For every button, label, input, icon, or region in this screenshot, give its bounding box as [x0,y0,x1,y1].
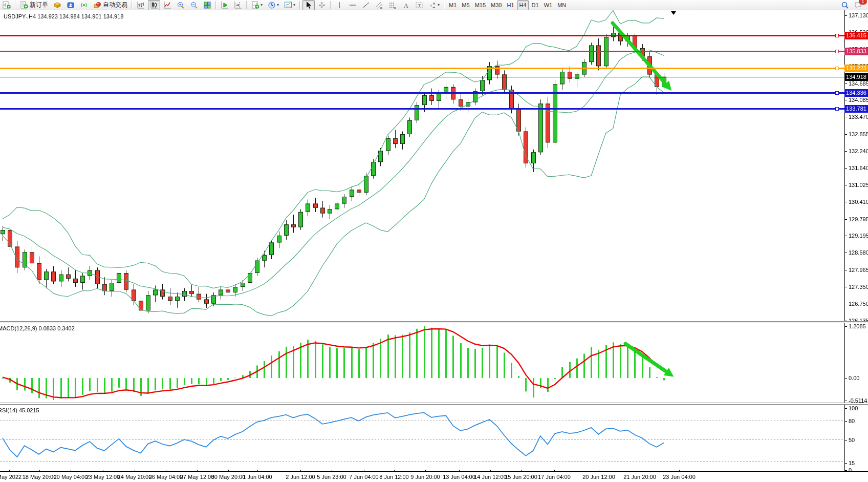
time-axis-label: 1 Jun 04:00 [243,474,272,480]
zoom-in-button[interactable] [175,0,187,10]
period-m15-button[interactable]: M15 [473,0,488,10]
price-axis-label: 131.640 [849,165,868,171]
community-button[interactable] [64,0,77,10]
period-h4-button[interactable]: H4 [517,0,529,10]
indicator-axis-label: 0.00 [849,375,859,381]
price-line-135.223[interactable] [0,68,844,69]
zoom-out-icon [190,1,198,9]
chart-shift-marker-icon[interactable] [671,11,676,15]
price-line-136.415[interactable] [0,35,844,36]
price-line-handle[interactable] [835,34,839,37]
chevron-down-icon[interactable]: ▾ [277,3,279,7]
price-line-133.781[interactable] [0,108,844,110]
bar-chart-button[interactable] [135,0,147,10]
text-icon: A [402,1,410,9]
text-button[interactable]: A [400,0,412,10]
price-axis-label: 127.350 [849,284,868,290]
horizontal-line-button[interactable] [346,0,359,10]
rsi-pane-canvas[interactable] [0,405,844,471]
main-chart-canvas[interactable] [0,10,844,321]
time-axis-tick [599,470,599,472]
macd-pane-separator[interactable] [0,321,868,323]
price-axis-tick [844,270,847,270]
time-axis-tick [228,470,229,472]
autotrading-button[interactable]: 自动交易 [91,0,129,10]
chevron-down-icon[interactable]: ▾ [261,3,263,7]
period-h4-button-label: H4 [519,2,527,8]
chart-area: USDJPY-,H4 134.923 134.984 134.901 134.9… [0,10,868,482]
indicator-axis-tick [844,378,847,379]
chart-shift-icon [234,1,242,9]
equidistant-channel-button[interactable]: E [373,0,385,10]
price-badge-135.223: 135.223 [844,65,868,72]
vertical-line-button[interactable] [333,0,345,10]
community-icon [67,1,75,9]
period-m30-button-label: M30 [491,2,502,8]
periods-button[interactable]: ▾ [266,0,281,10]
period-h1-button[interactable]: H1 [505,0,516,10]
period-mn-button[interactable]: MN [555,0,568,10]
indicators-button[interactable]: ▾ [249,0,265,10]
text-label-button[interactable]: T [413,0,425,10]
period-w1-button[interactable]: W1 [542,0,555,10]
svg-text:E: E [380,6,382,9]
new-order-button[interactable]: 新订单 [18,0,50,10]
macd-pane-canvas[interactable] [0,323,844,403]
price-axis-tick [844,83,847,84]
price-badge-134.336: 134.336 [844,89,868,97]
clock-icon [268,1,276,9]
period-d1-button[interactable]: D1 [530,0,541,10]
arrows-button[interactable]: ▾ [426,0,442,10]
signals-button[interactable] [78,0,90,10]
crosshair-button[interactable] [316,0,328,10]
price-axis-tick [844,151,847,152]
search-button[interactable] [839,0,851,10]
new-chart-button[interactable] [1,0,13,10]
chevron-down-icon[interactable]: ▾ [438,3,440,7]
candlestick-chart-button[interactable] [148,0,160,10]
price-axis-tick [844,236,847,236]
price-line-handle[interactable] [835,50,839,53]
toolbox-button[interactable] [51,0,63,10]
auto-scroll-button[interactable] [219,0,231,10]
price-line-134.336[interactable] [0,92,844,94]
svg-text:F: F [394,6,396,9]
fibonacci-icon: F [388,1,397,9]
trendline-button[interactable] [360,0,372,10]
indicator-axis-label: 0 [849,467,852,473]
label-icon: T [415,1,423,9]
price-line-handle[interactable] [835,107,839,111]
line-chart-icon [163,1,171,9]
time-axis-label: 7 Jun 04:00 [349,474,379,480]
templates-button[interactable]: ▾ [282,0,297,10]
tile-windows-button[interactable] [201,0,213,10]
price-line-handle[interactable] [835,91,839,95]
new-order-button-label: 新订单 [30,1,48,9]
price-axis-label: 129.195 [849,233,868,239]
price-line-135.833[interactable] [0,51,844,52]
price-axis-tick [844,15,847,16]
period-m5-button[interactable]: M5 [460,0,471,10]
shapes-icon [428,1,437,9]
auto-scroll-icon [221,1,229,9]
line-chart-button[interactable] [161,0,173,10]
fibonacci-button[interactable]: F [386,0,399,10]
period-m30-button[interactable]: M30 [489,0,504,10]
time-axis-label: 27 May 12:00 [180,474,214,480]
period-m1-button[interactable]: M1 [447,0,459,10]
chart-shift-button[interactable] [232,0,244,10]
zoom-out-button[interactable] [188,0,200,10]
indicator-axis-label: 1.2085 [849,323,866,329]
chevron-down-icon[interactable]: ▾ [293,3,295,7]
price-line-handle[interactable] [835,67,839,70]
time-axis-label: 23 Jun 04:00 [663,474,696,480]
cursor-button[interactable] [302,0,315,10]
price-axis-tick [844,134,847,135]
rsi-pane-separator[interactable] [0,403,868,405]
time-axis-label: 9 Jun 20:00 [410,474,440,480]
candlestick-chart-icon [150,1,158,9]
indicator-axis-label: 100 [849,405,858,411]
price-line-134.918[interactable] [0,77,844,77]
notifications-button[interactable]: 1 [852,0,864,10]
toolbar-separator [246,1,247,9]
